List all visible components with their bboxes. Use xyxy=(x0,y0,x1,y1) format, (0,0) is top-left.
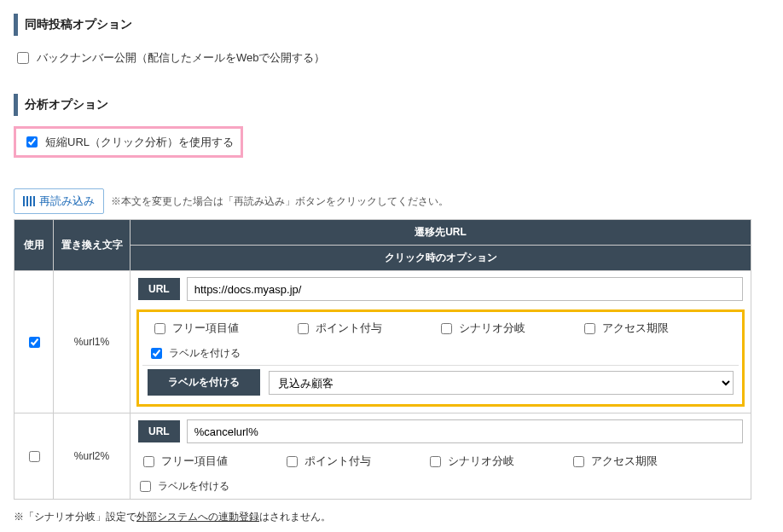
short-url-highlight: 短縮URL（クリック分析）を使用する xyxy=(14,126,243,158)
use-cell xyxy=(14,413,54,500)
url-row: URL xyxy=(131,414,750,448)
th-dest-url: 遷移先URL xyxy=(130,220,751,246)
attach-label-text: ラベルを付ける xyxy=(169,346,241,361)
replace-cell: %url2% xyxy=(54,413,130,500)
scenario-checkbox-2[interactable] xyxy=(430,456,441,467)
section-title-simultaneous-post: 同時投稿オプション xyxy=(14,14,769,36)
url-badge: URL xyxy=(138,278,180,300)
option-point[interactable]: ポイント付与 xyxy=(294,321,431,337)
reload-icon xyxy=(23,196,35,206)
attach-label-row: ラベルを付ける xyxy=(142,342,739,365)
label-select[interactable]: 見込み顧客 xyxy=(269,371,734,395)
reload-button[interactable]: 再読み込み xyxy=(14,188,104,214)
option-access-limit[interactable]: アクセス期限 xyxy=(581,321,717,337)
attach-label-text: ラベルを付ける xyxy=(158,479,229,494)
free-item-label: フリー項目値 xyxy=(172,321,239,336)
url-input-1[interactable] xyxy=(187,277,743,301)
access-limit-label: アクセス期限 xyxy=(591,454,658,469)
url-input-2[interactable] xyxy=(187,419,743,443)
reload-bar: 再読み込み ※本文を変更した場合は「再読み込み」ボタンをクリックしてください。 xyxy=(14,188,769,214)
option-point[interactable]: ポイント付与 xyxy=(283,454,420,470)
reload-button-label: 再読み込み xyxy=(39,194,95,209)
access-limit-label: アクセス期限 xyxy=(602,321,669,336)
footer-note: ※「シナリオ分岐」設定で外部システムへの連動登録はされません。 xyxy=(14,510,769,524)
option-scenario[interactable]: シナリオ分岐 xyxy=(438,321,574,337)
point-checkbox-1[interactable] xyxy=(298,323,309,334)
use-checkbox-1[interactable] xyxy=(29,337,40,348)
point-label: ポイント付与 xyxy=(316,321,382,336)
footer-suffix: はされません。 xyxy=(259,511,331,523)
options-cell: URL フリー項目値 ポイント付与 シナリオ分岐 xyxy=(130,413,751,500)
short-url-checkbox[interactable] xyxy=(26,136,38,147)
option-free-item[interactable]: フリー項目値 xyxy=(151,321,287,337)
options-cell: URL フリー項目値 ポイント付与 xyxy=(130,271,751,413)
scenario-checkbox-1[interactable] xyxy=(441,323,452,334)
free-item-checkbox-2[interactable] xyxy=(143,456,154,467)
url-table: 使用 置き換え文字 遷移先URL クリック時のオプション %url1% URL xyxy=(14,219,751,500)
yellow-highlight-box: フリー項目値 ポイント付与 シナリオ分岐 アクセス期限 xyxy=(136,309,745,407)
label-badge: ラベルを付ける xyxy=(148,369,260,396)
th-click-option: クリック時のオプション xyxy=(130,246,751,271)
replace-cell: %url1% xyxy=(54,271,130,413)
attach-label-checkbox-2[interactable] xyxy=(140,481,151,492)
option-checkbox-row: フリー項目値 ポイント付与 シナリオ分岐 アクセス期限 xyxy=(142,315,739,342)
free-item-checkbox-1[interactable] xyxy=(154,323,165,334)
access-limit-checkbox-1[interactable] xyxy=(584,323,595,334)
backnumber-label: バックナンバー公開（配信したメールをWebで公開する） xyxy=(37,50,326,66)
option-scenario[interactable]: シナリオ分岐 xyxy=(426,454,563,470)
scenario-label: シナリオ分岐 xyxy=(459,321,525,336)
point-checkbox-2[interactable] xyxy=(287,456,298,467)
access-limit-checkbox-2[interactable] xyxy=(573,456,584,467)
option-free-item[interactable]: フリー項目値 xyxy=(140,454,276,470)
url-badge: URL xyxy=(138,420,180,442)
section-title-analysis: 分析オプション xyxy=(14,94,769,116)
label-select-row: ラベルを付ける 見込み顧客 xyxy=(142,365,739,399)
backnumber-option-row: バックナンバー公開（配信したメールをWebで公開する） xyxy=(14,46,769,70)
scenario-label: シナリオ分岐 xyxy=(448,454,514,469)
point-label: ポイント付与 xyxy=(304,454,371,469)
reload-note: ※本文を変更した場合は「再読み込み」ボタンをクリックしてください。 xyxy=(111,194,449,209)
attach-label-checkbox-1[interactable] xyxy=(151,348,162,359)
use-checkbox-2[interactable] xyxy=(29,451,40,462)
th-use: 使用 xyxy=(14,220,54,271)
footer-prefix: ※「シナリオ分岐」設定で xyxy=(14,511,136,523)
use-cell xyxy=(14,271,54,413)
backnumber-checkbox[interactable] xyxy=(17,52,29,64)
option-checkbox-row: フリー項目値 ポイント付与 シナリオ分岐 アクセス期限 xyxy=(131,448,750,475)
th-replace: 置き換え文字 xyxy=(54,220,130,271)
table-row: %url2% URL フリー項目値 ポイント付与 xyxy=(14,413,751,500)
footer-link[interactable]: 外部システムへの連動登録 xyxy=(136,511,259,523)
free-item-label: フリー項目値 xyxy=(161,454,228,469)
attach-label-row: ラベルを付ける xyxy=(131,475,750,498)
short-url-label: 短縮URL（クリック分析）を使用する xyxy=(45,135,234,150)
option-access-limit[interactable]: アクセス期限 xyxy=(570,454,706,470)
url-row: URL xyxy=(131,272,750,306)
table-row: %url1% URL フリー項目値 ポイント付与 xyxy=(14,271,751,413)
